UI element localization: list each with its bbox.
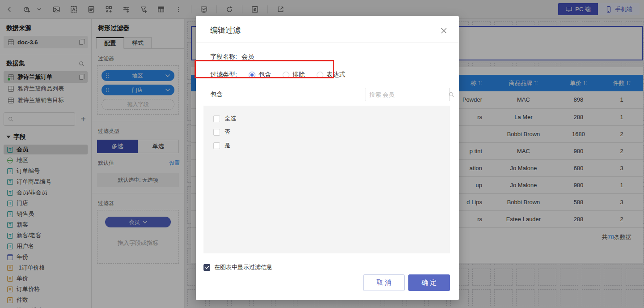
edit-filter-modal: 编辑过滤 字段名称: 会员 过滤类型: 包含 排除 表达式 包含 全选 否 是 [196, 16, 459, 300]
modal-title: 编辑过滤 [196, 16, 459, 43]
radio-exclude[interactable]: 排除 [283, 71, 305, 79]
app-root: PC 端 手机端 数据来源 doc-3.6 数据集 雅诗兰黛订单 [0, 0, 644, 308]
checkbox-icon [213, 142, 220, 149]
radio-icon [249, 72, 255, 78]
close-icon[interactable] [439, 26, 448, 35]
field-name-label: 字段名称: [210, 53, 237, 61]
option-yes[interactable]: 是 [213, 139, 450, 152]
divider [196, 43, 459, 43]
show-filter-info-label: 在图表中显示过滤信息 [214, 263, 272, 271]
option-label: 否 [225, 128, 230, 136]
member-search-box[interactable] [365, 88, 450, 101]
option-label: 全选 [225, 115, 236, 123]
radio-expression[interactable]: 表达式 [317, 71, 345, 79]
checkbox-icon [213, 116, 220, 122]
radio-label: 排除 [292, 71, 305, 79]
option-label: 是 [225, 141, 230, 150]
option-select-all[interactable]: 全选 [213, 112, 450, 125]
value-option-list: 全选 否 是 [203, 106, 450, 253]
radio-label: 包含 [258, 71, 271, 79]
checkbox-checked-icon [203, 264, 210, 271]
member-search-input[interactable] [369, 91, 448, 98]
field-name-value: 会员 [242, 53, 254, 61]
radio-icon [283, 72, 289, 78]
checkbox-icon [213, 129, 220, 136]
radio-icon [317, 72, 323, 78]
ok-button[interactable]: 确 定 [408, 274, 450, 291]
show-filter-info-checkbox[interactable]: 在图表中显示过滤信息 [203, 261, 459, 274]
option-no[interactable]: 否 [213, 125, 450, 139]
include-section-label: 包含 [210, 90, 223, 98]
cancel-button[interactable]: 取 消 [363, 274, 405, 291]
filter-type-label: 过滤类型: [210, 71, 237, 79]
radio-label: 表达式 [326, 71, 345, 79]
radio-include[interactable]: 包含 [249, 71, 271, 79]
search-icon [448, 91, 455, 98]
